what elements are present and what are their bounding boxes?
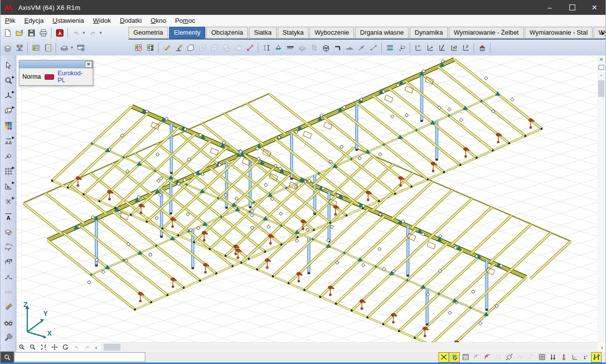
- tab-drgania-własne[interactable]: Drgania własne: [355, 27, 409, 39]
- report-maker-button[interactable]: [42, 42, 54, 53]
- scroll-up-button[interactable]: ⌃: [600, 74, 604, 79]
- menu-okno[interactable]: Okno: [146, 15, 171, 26]
- edge-element-button[interactable]: [367, 42, 379, 53]
- tab-elementy[interactable]: Elementy: [169, 27, 205, 39]
- local-reference-button[interactable]: [424, 42, 436, 53]
- maximize-button[interactable]: [561, 0, 583, 15]
- node-mesh-button[interactable]: [384, 42, 396, 53]
- scroll-right-button[interactable]: ›: [599, 344, 606, 351]
- print-button[interactable]: [37, 27, 49, 39]
- menu-dodatki[interactable]: Dodatki: [116, 15, 146, 26]
- tab-siatka[interactable]: Siatka: [249, 27, 277, 39]
- pdf-export-button[interactable]: [54, 27, 65, 39]
- table-browser-button[interactable]: [30, 42, 42, 53]
- drawing-library-button[interactable]: [58, 42, 70, 53]
- zoom-fit-button[interactable]: [38, 343, 49, 352]
- new-file-button[interactable]: [1, 27, 13, 39]
- zoom-out-button[interactable]: [27, 343, 38, 352]
- display-options-button[interactable]: [2, 316, 14, 328]
- local-plane-button[interactable]: [448, 42, 460, 53]
- find-tool-button[interactable]: [2, 301, 14, 313]
- pan-button[interactable]: [49, 343, 60, 352]
- geometry-check-button[interactable]: ▶: [2, 180, 14, 192]
- menu-widok[interactable]: Widok: [89, 15, 116, 26]
- line-support-button[interactable]: [284, 42, 296, 53]
- zoom-tool-button[interactable]: ▶: [2, 75, 14, 87]
- nodal-support-button[interactable]: [272, 42, 284, 53]
- spring-element-button[interactable]: [344, 42, 356, 53]
- save-button[interactable]: [25, 27, 37, 39]
- menu-plik[interactable]: Plik: [0, 15, 20, 26]
- drawing-library-button-dropdown[interactable]: ▾: [70, 45, 74, 50]
- local-axis-button[interactable]: [436, 42, 448, 53]
- line-elements-button[interactable]: [244, 42, 256, 53]
- tab-wymiarowanie-żelbet[interactable]: Wymiarowanie - Żelbet: [449, 27, 524, 39]
- section-line-button[interactable]: [2, 271, 14, 283]
- structure-display-toggle[interactable]: [482, 352, 492, 363]
- open-file-button[interactable]: [13, 27, 25, 39]
- local-beta-button[interactable]: β: [460, 42, 472, 53]
- workplanes-button[interactable]: ▶: [2, 105, 14, 117]
- grid-display-toggle[interactable]: [537, 352, 547, 363]
- tab-wyboczenie[interactable]: Wyboczenie: [309, 27, 354, 39]
- vertical-scrollbar[interactable]: ✕ ⌃: [597, 55, 606, 343]
- load-display-toggle[interactable]: [547, 352, 558, 363]
- rigid-element-button[interactable]: [332, 42, 344, 53]
- rotate-view-button[interactable]: [60, 343, 71, 352]
- color-coding-button[interactable]: [2, 120, 14, 132]
- menu-ustawienia[interactable]: Ustawienia: [48, 15, 89, 26]
- horizontal-scrollbar-thumb[interactable]: [104, 344, 121, 351]
- structure-view-button[interactable]: [2, 256, 14, 268]
- redo-button-dropdown[interactable]: ▾: [99, 30, 103, 35]
- beam-display-toggle[interactable]: [591, 352, 602, 363]
- status-search-button[interactable]: [0, 352, 14, 363]
- minimize-button[interactable]: –: [539, 0, 561, 15]
- nodal-dof-button[interactable]: [396, 42, 408, 53]
- reaction-display-toggle[interactable]: [558, 352, 569, 363]
- tab-overflow-button[interactable]: ▶: [602, 31, 605, 36]
- undo-button-dropdown[interactable]: ▾: [82, 30, 86, 35]
- status-search-input[interactable]: [14, 352, 145, 362]
- coordinate-window-toggle[interactable]: [460, 352, 471, 363]
- canvas-close-button[interactable]: ✕: [598, 55, 605, 63]
- workplane-display-toggle[interactable]: [471, 352, 482, 363]
- create-domain-button[interactable]: [184, 42, 196, 53]
- model-canvas[interactable]: ✕ Norma Eurokod-PL Z Y X: [16, 55, 606, 352]
- grid-snap-toggle[interactable]: [449, 352, 460, 363]
- dimension-text-button[interactable]: A: [2, 210, 14, 222]
- layer-manager-button[interactable]: [2, 226, 14, 238]
- geometry-tools-button[interactable]: [2, 150, 14, 162]
- frame-element-button[interactable]: [320, 42, 332, 53]
- views-button[interactable]: ▶: [2, 90, 14, 102]
- direct-drawing-button[interactable]: [173, 42, 184, 53]
- design-code-panel-close-button[interactable]: ✕: [85, 61, 92, 68]
- renumber-button[interactable]: 132: [2, 241, 14, 253]
- local-x-button[interactable]: x: [412, 42, 424, 53]
- tab-geometria[interactable]: Geometria: [128, 27, 168, 39]
- zoom-in-button[interactable]: [16, 343, 27, 352]
- cross-section-table-button[interactable]: [144, 42, 156, 53]
- selection-tool-button[interactable]: [2, 59, 14, 71]
- beam-sections-button[interactable]: [260, 42, 272, 53]
- tab-dynamika[interactable]: Dynamika: [410, 27, 448, 39]
- local-axes-toggle[interactable]: [569, 352, 580, 363]
- scroll-left-button[interactable]: ‹: [93, 344, 100, 351]
- close-button[interactable]: ✕: [583, 0, 606, 15]
- base-level-button[interactable]: ±0.00: [13, 42, 25, 53]
- numbering-toggle[interactable]: 1²: [580, 352, 591, 363]
- canvas-restore-button[interactable]: [598, 63, 605, 71]
- intersection-tool-button[interactable]: ▶: [2, 196, 14, 208]
- menu-pomoc[interactable]: Pomoc: [171, 15, 199, 26]
- horizontal-scrollbar[interactable]: [101, 343, 598, 351]
- tab-wymiarowanie-stal[interactable]: Wymiarowanie - Stal: [525, 27, 593, 39]
- material-table-button[interactable]: [132, 42, 144, 53]
- settings-button[interactable]: [2, 331, 14, 343]
- geometry-transform-button[interactable]: ▶: [2, 135, 14, 147]
- node-tools-button[interactable]: ▶: [2, 165, 14, 177]
- vertical-scrollbar-thumb[interactable]: [598, 80, 605, 97]
- intersection-toggle[interactable]: [438, 352, 449, 363]
- tab-statyka[interactable]: Statyka: [278, 27, 309, 39]
- guidelines-toggle[interactable]: [504, 352, 514, 363]
- gap-element-button[interactable]: [356, 42, 367, 53]
- tab-obciążenia[interactable]: Obciążenia: [206, 27, 248, 39]
